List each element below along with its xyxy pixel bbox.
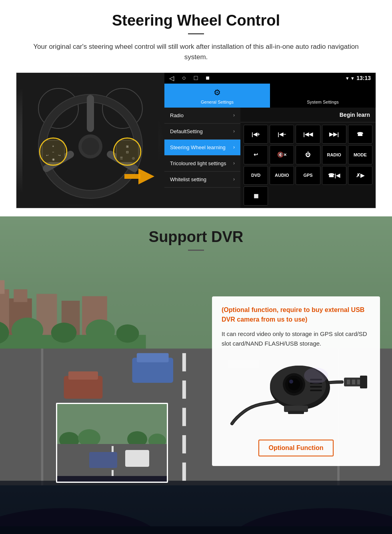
svg-rect-75 <box>357 380 360 384</box>
dvr-title-area: Support DVR <box>0 216 392 259</box>
dvr-camera-container <box>222 356 370 429</box>
svg-point-35 <box>12 318 44 343</box>
svg-point-82 <box>289 380 293 384</box>
gear-icon: ⚙ <box>168 88 267 97</box>
home-icon[interactable]: ○ <box>182 74 186 82</box>
svg-rect-45 <box>41 348 44 485</box>
ctrl-power[interactable]: ⏻ <box>296 145 320 164</box>
steering-subtitle: Your original car's steering wheel contr… <box>28 42 364 63</box>
ctrl-grid[interactable]: ▦ <box>244 186 268 206</box>
system-settings-label: System Settings <box>307 100 338 104</box>
svg-rect-43 <box>182 435 186 454</box>
back-icon[interactable]: ◁ <box>169 74 174 82</box>
menu-radio-label: Radio <box>170 112 184 118</box>
chevron-icon: › <box>233 112 235 118</box>
svg-point-38 <box>116 324 139 343</box>
demo-panel: + − ↩ ↪ ◉ ⊞ ⊡ ☰ ◎ <box>16 72 376 208</box>
main-content: Radio › DefaultSetting › Steering Wheel … <box>164 108 376 208</box>
settings-tabs: ⚙ General Settings ☰ System Settings <box>164 84 376 108</box>
dvr-camera-svg <box>224 356 368 428</box>
ctrl-phone-next[interactable]: ✗▶ <box>348 166 372 185</box>
right-panel: Begin learn |◀+ |◀− |◀◀ ▶▶| ☎ ↩ 🔇× ⏻ RAD… <box>240 108 376 208</box>
svg-rect-42 <box>182 408 186 426</box>
svg-point-89 <box>304 368 328 384</box>
ctrl-audio[interactable]: AUDIO <box>270 166 294 185</box>
dvr-optional-title: (Optional function, require to buy exter… <box>222 305 370 324</box>
wifi-icon: ▾ <box>351 75 354 81</box>
ctrl-vol-down[interactable]: |◀− <box>270 125 294 144</box>
menu-tricoloured[interactable]: Tricoloured light settings › <box>164 156 240 172</box>
wheel-photo: + − ↩ ↪ ◉ ⊞ ⊡ ☰ ◎ <box>16 73 164 208</box>
ctrl-radio[interactable]: RADIO <box>322 145 346 164</box>
menu-icon[interactable]: ■ <box>206 74 210 82</box>
optional-fn-btn-container: Optional Function <box>222 436 370 456</box>
menu-whitelist[interactable]: Whitelist setting › <box>164 172 240 188</box>
general-settings-label: General Settings <box>201 100 234 104</box>
svg-rect-70 <box>125 450 149 467</box>
ctrl-dvd[interactable]: DVD <box>244 166 268 185</box>
dvr-section: Support DVR (Optional <box>0 216 392 534</box>
menu-steering-wheel[interactable]: Steering Wheel learning › <box>164 140 240 156</box>
svg-rect-29 <box>14 289 27 302</box>
android-panel: ◁ ○ □ ■ ▾ ▾ 13:13 ⚙ General Settings <box>164 73 376 208</box>
system-icon: ☰ <box>273 88 372 97</box>
menu-default-label: DefaultSetting <box>170 128 203 134</box>
ctrl-phone-prev[interactable]: ☎|◀ <box>322 166 346 185</box>
ctrl-phone[interactable]: ☎ <box>348 125 372 144</box>
svg-rect-86 <box>310 390 322 391</box>
ctrl-hangup[interactable]: ↩ <box>244 145 268 164</box>
svg-rect-41 <box>182 380 186 399</box>
svg-rect-76 <box>360 376 367 388</box>
tab-system-settings[interactable]: ☰ System Settings <box>270 84 376 108</box>
ctrl-gps[interactable]: GPS <box>296 166 320 185</box>
svg-rect-85 <box>310 386 322 388</box>
svg-rect-88 <box>288 411 304 414</box>
svg-rect-24 <box>124 174 140 179</box>
menu-default-setting[interactable]: DefaultSetting › <box>164 124 240 140</box>
svg-rect-48 <box>137 353 169 362</box>
button-grid: |◀+ |◀− |◀◀ ▶▶| ☎ ↩ 🔇× ⏻ RADIO MODE DVD … <box>240 122 376 208</box>
dvr-screenshot-svg <box>57 404 168 483</box>
begin-learn-button[interactable]: Begin learn <box>340 112 370 118</box>
menu-steering-label: Steering Wheel learning <box>170 144 226 150</box>
signal-icon: ▾ <box>346 75 349 81</box>
dvr-description: It can record video only to storage in G… <box>222 329 370 348</box>
wheel-photo-inner: + − ↩ ↪ ◉ ⊞ ⊡ ☰ ◎ <box>16 73 164 208</box>
svg-rect-44 <box>182 462 186 481</box>
svg-rect-74 <box>352 380 355 384</box>
ctrl-next[interactable]: ▶▶| <box>322 125 346 144</box>
svg-point-37 <box>86 319 115 343</box>
dvr-divider <box>188 250 204 251</box>
menu-list: Radio › DefaultSetting › Steering Wheel … <box>164 108 240 208</box>
dvr-screenshot <box>56 403 168 483</box>
chevron-icon-3: › <box>233 144 235 150</box>
ctrl-vol-up[interactable]: |◀+ <box>244 125 268 144</box>
status-bar: ◁ ○ □ ■ ▾ ▾ 13:13 <box>164 73 376 84</box>
recents-icon[interactable]: □ <box>194 74 198 82</box>
dvr-title: Support DVR <box>16 228 376 246</box>
steering-title: Steering Wheel Control <box>16 12 376 29</box>
menu-tricoloured-label: Tricoloured light settings <box>170 160 226 166</box>
begin-learn-area: Begin learn <box>240 108 376 122</box>
svg-rect-71 <box>57 476 168 483</box>
steering-wheel-svg: + − ↩ ↪ ◉ ⊞ ⊡ ☰ ◎ <box>22 76 158 204</box>
menu-radio[interactable]: Radio › <box>164 108 240 124</box>
svg-rect-58 <box>0 526 392 534</box>
ctrl-prev[interactable]: |◀◀ <box>296 125 320 144</box>
ctrl-mute[interactable]: 🔇× <box>270 145 294 164</box>
nav-icons: ◁ ○ □ ■ <box>169 74 210 82</box>
menu-whitelist-label: Whitelist setting <box>170 176 206 182</box>
svg-point-22 <box>114 138 141 165</box>
svg-point-21 <box>40 138 67 165</box>
chevron-icon-4: › <box>233 160 235 166</box>
tab-general-settings[interactable]: ⚙ General Settings <box>164 84 270 108</box>
ctrl-mode[interactable]: MODE <box>348 145 372 164</box>
steering-section: Steering Wheel Control Your original car… <box>0 0 392 216</box>
optional-function-button[interactable]: Optional Function <box>258 440 334 456</box>
svg-point-9 <box>82 138 99 155</box>
svg-rect-73 <box>347 380 350 384</box>
chevron-icon-5: › <box>233 176 235 182</box>
svg-rect-50 <box>68 371 98 380</box>
svg-rect-27 <box>0 280 4 294</box>
svg-rect-69 <box>89 452 117 468</box>
